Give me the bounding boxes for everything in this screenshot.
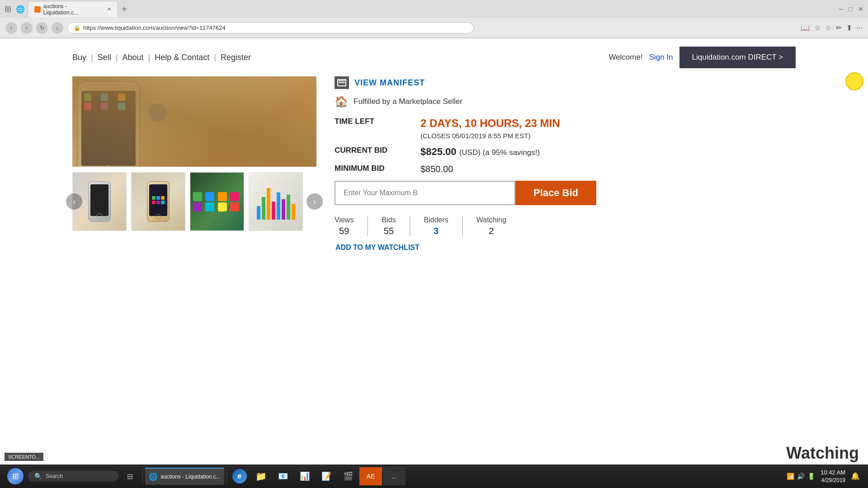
close-btn[interactable]: ✕ — [858, 5, 863, 13]
app-btn-1[interactable]: 📧 — [273, 467, 293, 485]
app-icon-3: 📝 — [321, 471, 331, 481]
add-watchlist-link[interactable]: ADD TO MY WATCHLIST — [335, 244, 796, 252]
nav-buy[interactable]: Buy — [72, 53, 86, 62]
file-explorer-btn[interactable]: 📁 — [251, 467, 272, 485]
taskbar-time: 10:42 AM — [821, 469, 845, 477]
sign-in-link[interactable]: Sign In — [649, 53, 673, 62]
app-btn-2[interactable]: 📊 — [294, 467, 315, 485]
tab-title: auctions - Liquidation.c... — [43, 3, 103, 16]
taskbar-search-text: Search — [46, 473, 63, 479]
nav-sep-4: | — [214, 53, 216, 62]
taskbar-date: 4/29/2019 — [821, 477, 845, 484]
task-view-btn[interactable]: ⊟ — [119, 467, 140, 485]
thumbnail-4[interactable] — [249, 172, 303, 231]
start-button[interactable]: ⊞ — [4, 467, 27, 485]
window-controls: ─ □ ✕ — [839, 5, 863, 13]
dark-taskbar-box[interactable]: ... — [383, 467, 406, 485]
reading-view-btn[interactable]: 📖 — [801, 23, 810, 32]
thumbnail-carousel: ‹ — [72, 172, 316, 231]
taskbar-search-icon: 🔍 — [34, 473, 42, 480]
hub-btn[interactable]: ☆ — [825, 23, 831, 32]
tab-favicon — [34, 6, 41, 13]
browser-toolbar: 📖 ☆ ☆ ✏ ⬆ ··· — [801, 23, 863, 32]
share-btn[interactable]: ⬆ — [846, 23, 852, 32]
views-label: Views — [335, 216, 354, 224]
bids-value: 55 — [384, 226, 394, 236]
view-manifest-row: VIEW MANIFEST — [335, 76, 796, 89]
stats-row: Views 59 Bids 55 Bidders 3 Watching 2 — [335, 216, 796, 236]
app-btn-4[interactable]: 🎬 — [338, 467, 359, 485]
direct-btn[interactable]: Liquidation.com DIRECT > — [679, 47, 796, 68]
nav-sell[interactable]: Sell — [98, 53, 111, 62]
app-icon-4: 🎬 — [343, 471, 353, 481]
volume-icon: 🔊 — [797, 473, 805, 480]
current-bid-value-block: $825.00 (USD) (a 95% savings!) — [420, 146, 540, 158]
thumbnail-3[interactable] — [190, 172, 244, 231]
carousel-prev-btn[interactable]: ‹ — [66, 193, 82, 210]
thumbnail-2[interactable] — [131, 172, 185, 231]
browser-tab[interactable]: auctions - Liquidation.c... ✕ — [28, 1, 118, 18]
browser-addressbar: ‹ › ↻ ⌂ 🔒 https://www.liquidation.com/au… — [0, 18, 868, 38]
app-btn-3[interactable]: 📝 — [316, 467, 337, 485]
forward-btn[interactable]: › — [21, 22, 33, 34]
address-text: https://www.liquidation.com/auction/view… — [83, 24, 226, 31]
bids-stat: Bids 55 — [368, 216, 410, 236]
screen-capture-badge: SCREENTO... — [5, 453, 43, 461]
back-btn[interactable]: ‹ — [5, 22, 17, 34]
sys-tray-icons: 📶 🔊 🔋 — [787, 473, 815, 480]
views-stat: Views 59 — [335, 216, 368, 236]
maximize-btn[interactable]: □ — [849, 5, 853, 13]
file-explorer-icon: 📁 — [255, 471, 267, 482]
new-tab-btn[interactable]: + — [122, 4, 127, 14]
favorites-btn[interactable]: ☆ — [814, 23, 821, 32]
watching-bottom-text: Watching — [786, 444, 859, 463]
views-value: 59 — [339, 226, 349, 236]
nav-help-contact[interactable]: Help & Contact — [155, 53, 209, 62]
nav-sep-3: | — [148, 53, 150, 62]
browser-taskbar-item[interactable]: 🌐 auctions - Liquidation.c... — [145, 468, 224, 485]
time-left-row: TIME LEFT 2 DAYS, 10 HOURS, 23 MIN (CLOS… — [335, 117, 796, 140]
nav-about[interactable]: About — [122, 53, 143, 62]
manifest-icon — [335, 76, 349, 89]
place-bid-button[interactable]: Place Bid — [515, 181, 596, 205]
browser-win-icon: 🌐 — [16, 5, 25, 14]
lock-icon: 🔒 — [74, 25, 80, 31]
tab-close-btn[interactable]: ✕ — [107, 6, 111, 12]
notes-btn[interactable]: ✏ — [836, 23, 842, 32]
more-btn[interactable]: ··· — [857, 24, 863, 32]
battery-icon: 🔋 — [807, 473, 815, 480]
browser-taskbar-icon: 🌐 — [149, 473, 158, 481]
bids-label: Bids — [382, 216, 396, 224]
refresh-btn[interactable]: ↻ — [36, 22, 48, 34]
main-image-inner — [72, 76, 316, 167]
current-bid-value: $825.00 — [420, 146, 459, 157]
welcome-text: Welcome! — [609, 53, 642, 62]
home-btn[interactable]: ⌂ — [52, 22, 63, 34]
highlight-circle — [845, 72, 863, 90]
task-view-icon: ⊟ — [127, 472, 133, 481]
address-bar[interactable]: 🔒 https://www.liquidation.com/auction/vi… — [67, 22, 474, 33]
minimum-bid-value: $850.00 — [420, 164, 453, 174]
nav-sep-1: | — [91, 53, 93, 62]
view-manifest-link[interactable]: VIEW MANIFEST — [354, 78, 425, 88]
bid-input[interactable] — [335, 181, 515, 205]
main-area: ‹ — [0, 76, 868, 252]
time-left-value-block: 2 DAYS, 10 HOURS, 23 MIN (CLOSES 05/01/2… — [420, 117, 560, 140]
browser-back-icon: ⊞ — [5, 4, 11, 14]
ie-taskbar-btn[interactable]: e — [229, 467, 250, 485]
wifi-icon: 📶 — [787, 473, 794, 480]
orange-taskbar-box[interactable]: AE — [359, 467, 382, 485]
time-left-value: 2 DAYS, 10 HOURS, 23 MIN — [420, 117, 560, 130]
fulfilled-text: Fulfilled by a Marketplace Seller — [354, 97, 462, 106]
carousel-next-btn[interactable]: › — [307, 193, 323, 210]
current-bid-row: CURRENT BID $825.00 (USD) (a 95% savings… — [335, 146, 796, 158]
minimize-btn[interactable]: ─ — [839, 5, 844, 13]
orange-app-icon: AE — [366, 473, 375, 480]
watching-value: 2 — [489, 226, 494, 236]
bidders-stat: Bidders 3 — [410, 216, 463, 236]
images-section: ‹ — [72, 76, 316, 252]
taskbar-search[interactable]: 🔍 Search — [28, 471, 118, 482]
nav-register[interactable]: Register — [221, 53, 251, 62]
watching-label: Watching — [476, 216, 506, 224]
page-content: Buy | Sell | About | Help & Contact | Re… — [0, 38, 868, 472]
